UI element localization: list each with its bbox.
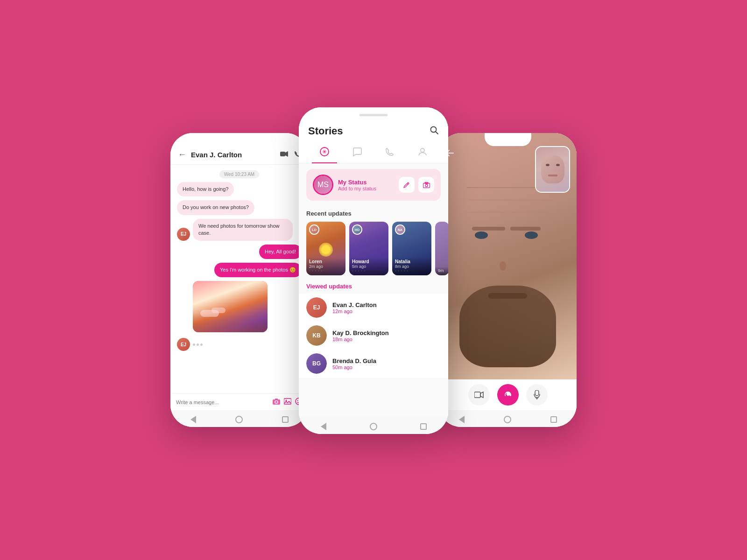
story-time: 5m ago — [352, 264, 386, 269]
back-nav[interactable] — [189, 415, 198, 424]
call-controls — [439, 379, 577, 410]
svg-point-18 — [425, 184, 428, 187]
svg-rect-20 — [474, 392, 480, 398]
nav-bar — [299, 417, 448, 434]
recent-updates-row: LO Loren 2m ago · · · · · HO Howard — [299, 220, 448, 281]
message-row: EJ We need photos for tomorrow show case… — [177, 219, 302, 241]
camera-icon[interactable] — [273, 398, 280, 406]
message-bubble: We need photos for tomorrow show case. — [193, 219, 293, 241]
video-call-icon[interactable] — [280, 151, 289, 159]
chat-screen: ← Evan J. Carlton Wed 10:23 AM Hello, ho… — [170, 133, 308, 427]
story-card-info: Natalia 8m ago · · · · · — [392, 257, 431, 275]
avatar: EJ — [177, 338, 190, 351]
story-avatar: HO — [352, 224, 362, 235]
stories-tabs — [299, 143, 448, 163]
viewed-time: 12m ago — [332, 308, 377, 314]
message-bubble: Hello, how is going? — [177, 182, 234, 196]
message-input[interactable] — [176, 399, 269, 405]
chat-input-bar — [170, 393, 308, 410]
svg-line-16 — [407, 183, 408, 184]
story-dots: · · · · · — [309, 269, 343, 273]
viewed-item[interactable]: EJ Evan J. Carlton 12m ago — [299, 294, 448, 322]
svg-rect-2 — [273, 399, 280, 405]
chat-contact-name: Evan J. Carlton — [191, 151, 280, 159]
recents-nav[interactable] — [549, 415, 558, 424]
my-status-card: MS My Status Add to my status — [306, 169, 441, 201]
viewed-item[interactable]: KB Kay D. Brockington 18m ago — [299, 322, 448, 350]
end-call-button[interactable] — [497, 384, 519, 406]
avatar: EJ — [177, 228, 190, 241]
story-avatar: LO — [309, 224, 319, 235]
nav-bar — [439, 410, 577, 427]
back-nav[interactable] — [457, 415, 466, 424]
avatar: KB — [306, 325, 327, 346]
camera-status-button[interactable] — [418, 177, 434, 193]
chat-header-icons — [280, 151, 301, 159]
story-time: 2m ago — [309, 264, 343, 269]
viewed-name: Evan J. Carlton — [332, 301, 377, 308]
camera-toggle-button[interactable] — [468, 384, 490, 406]
call-screen-container — [439, 133, 577, 427]
phone-stories: Stories MS — [299, 107, 448, 434]
typing-indicator: EJ — [177, 338, 302, 351]
message-bubble: Hey, All good! — [259, 245, 302, 259]
svg-rect-5 — [284, 399, 291, 404]
my-status-info: My Status Add to my status — [338, 179, 394, 191]
typing-dots — [193, 343, 203, 346]
my-status-avatar: MS — [313, 175, 333, 195]
tab-stories[interactable] — [312, 143, 337, 163]
viewed-item[interactable]: BG Brenda D. Gula 50m ago — [299, 350, 448, 378]
tab-calls[interactable] — [377, 143, 402, 163]
viewed-time: 18m ago — [332, 336, 389, 342]
message-bubble: Yes I'm working on the photos 😊 — [214, 263, 302, 277]
recent-updates-title: Recent updates — [299, 206, 448, 220]
story-card-info: 9m — [435, 266, 448, 275]
mute-button[interactable] — [526, 384, 548, 406]
back-button[interactable]: ← — [178, 150, 186, 160]
story-avatar: NA — [395, 224, 405, 235]
viewed-time: 50m ago — [332, 364, 376, 370]
edit-status-button[interactable] — [399, 177, 415, 193]
search-icon[interactable] — [430, 126, 439, 137]
avatar: BG — [306, 353, 327, 374]
viewed-name: Kay D. Brockington — [332, 329, 389, 336]
story-card-info: Howard 5m ago · · · · · — [349, 257, 388, 275]
story-name: Loren — [309, 259, 343, 264]
svg-rect-22 — [535, 390, 539, 396]
tab-chat[interactable] — [345, 143, 370, 163]
recents-nav[interactable] — [419, 422, 428, 431]
story-card-natalia[interactable]: NA Natalia 8m ago · · · · · — [392, 222, 431, 275]
story-time: 8m ago — [395, 264, 429, 269]
svg-marker-1 — [285, 151, 288, 157]
story-card-partial[interactable]: 9m — [435, 222, 448, 275]
story-name: Howard — [352, 259, 386, 264]
stories-header: Stories — [299, 107, 448, 143]
stories-title: Stories — [308, 125, 343, 137]
viewed-updates-title: Viewed updates — [299, 281, 448, 294]
my-status-name: My Status — [338, 179, 394, 186]
story-name: Natalia — [395, 259, 429, 264]
my-status-buttons — [399, 177, 434, 193]
tab-contacts[interactable] — [410, 143, 435, 163]
svg-point-15 — [421, 148, 424, 152]
viewed-info: Brenda D. Gula 50m ago — [332, 357, 376, 370]
story-dots: · · · · · — [352, 269, 386, 273]
image-icon[interactable] — [284, 398, 291, 406]
recents-nav[interactable] — [281, 415, 290, 424]
home-nav[interactable] — [503, 415, 512, 424]
svg-line-11 — [436, 132, 438, 134]
viewed-info: Evan J. Carlton 12m ago — [332, 301, 377, 314]
home-nav[interactable] — [369, 422, 378, 431]
phone-notch — [216, 133, 263, 146]
back-nav[interactable] — [319, 422, 328, 431]
svg-rect-4 — [275, 399, 278, 400]
story-dots: · · · · · — [395, 269, 429, 273]
call-main-view — [439, 133, 577, 379]
home-nav[interactable] — [234, 415, 244, 424]
story-card-loren[interactable]: LO Loren 2m ago · · · · · — [306, 222, 345, 275]
call-pip-self-view — [535, 146, 570, 193]
avatar: EJ — [306, 297, 327, 318]
story-card-howard[interactable]: HO Howard 5m ago · · · · · — [349, 222, 388, 275]
chat-image — [193, 281, 268, 332]
self-video — [536, 147, 569, 192]
